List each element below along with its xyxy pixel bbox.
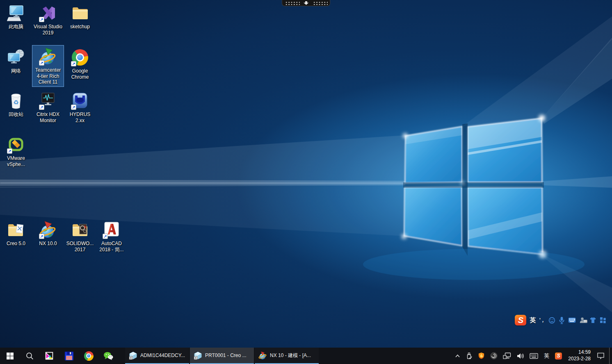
taskbar-window-title: ADMI1C44DEDCY... bbox=[140, 353, 185, 358]
visual-studio-icon: ↗ bbox=[39, 4, 57, 23]
tray-overflow-chevron[interactable] bbox=[454, 353, 461, 359]
antivirus-shield-icon[interactable] bbox=[477, 351, 486, 360]
wechat-icon bbox=[103, 351, 113, 360]
desktop-icon-label: 此电脑 bbox=[9, 24, 23, 30]
taskbar-window-title: PRT0001 - Creo ... bbox=[205, 353, 250, 358]
nx-icon: ↗ bbox=[39, 221, 57, 239]
creo-folder-icon bbox=[7, 221, 25, 239]
solidworks-folder-icon bbox=[71, 221, 89, 239]
desktop-icon-label: VMware vSphe... bbox=[1, 155, 31, 167]
recycle-bin-icon: ♻ bbox=[7, 91, 25, 110]
desktop-icon-vmware[interactable]: ↗ VMware vSphe... bbox=[0, 133, 32, 169]
grip-dots-right bbox=[313, 1, 328, 5]
safely-remove-usb-icon[interactable] bbox=[465, 351, 473, 361]
shortcut-arrow-badge: ↗ bbox=[71, 61, 76, 66]
desktop-icon-label: Teamcenter 4-tier Rich Client 11 bbox=[33, 67, 63, 85]
punctuation-toggle[interactable]: ’， bbox=[539, 316, 545, 324]
shortcut-arrow-badge: ↗ bbox=[39, 17, 44, 22]
system-tray: 英 S 14:59 2023-2-28 bbox=[454, 348, 612, 364]
desktop-icon-sketchup[interactable]: sketchup bbox=[64, 2, 96, 32]
desktop-icon-label: Google Chrome bbox=[65, 68, 95, 80]
chrome-icon bbox=[84, 351, 94, 361]
folder-icon bbox=[71, 4, 89, 23]
shortcut-arrow-badge: ↗ bbox=[39, 105, 44, 110]
pinned-floppy-app[interactable] bbox=[59, 348, 79, 364]
desktop-icon-label: NX 10.0 bbox=[39, 241, 57, 247]
sogou-ime-toolbar: S 英 ’， 20 bbox=[514, 314, 607, 326]
taskbar: ADMI1C44DEDCY... PRT0001 - Creo ... bbox=[0, 348, 612, 364]
ime-mode-toggle[interactable]: 英 bbox=[530, 316, 536, 324]
search-icon bbox=[26, 352, 34, 360]
hydrus-icon: ↗ bbox=[71, 91, 89, 110]
creo-cube-icon bbox=[194, 351, 202, 360]
svg-text:♻: ♻ bbox=[13, 99, 18, 106]
desktop-icon-hydrus[interactable]: ↗ HYDRUS 2.xx bbox=[64, 89, 96, 125]
shortcut-arrow-badge: ↗ bbox=[7, 148, 12, 154]
taskbar-window-nx10[interactable]: NX 10 - 建模 - [A... bbox=[255, 348, 319, 364]
grip-dots-left bbox=[285, 1, 300, 5]
sogou-tray-icon[interactable]: S bbox=[554, 352, 563, 360]
soft-keyboard-icon[interactable] bbox=[568, 317, 576, 323]
desktop-icon-network[interactable]: 网络 bbox=[0, 46, 32, 76]
creo-cube-icon bbox=[129, 351, 137, 360]
pinned-graphics-app[interactable] bbox=[39, 348, 59, 364]
show-desktop-button[interactable] bbox=[609, 348, 611, 364]
touch-keyboard-icon[interactable] bbox=[529, 352, 539, 360]
desktop-icon-nx[interactable]: ↗ NX 10.0 bbox=[32, 218, 64, 248]
citrix-monitor-icon: ↗ bbox=[39, 91, 57, 110]
desktop-icon-label: Visual Studio 2019 bbox=[33, 24, 63, 36]
action-center-button[interactable] bbox=[596, 351, 605, 360]
pinned-chrome[interactable] bbox=[79, 348, 98, 364]
taskbar-window-buttons: ADMI1C44DEDCY... PRT0001 - Creo ... bbox=[125, 348, 320, 364]
desktop-icon-recycle-bin[interactable]: ♻ 回收站 bbox=[0, 89, 32, 119]
windows-logo-icon bbox=[7, 353, 14, 359]
desktop-icon-visual-studio[interactable]: ↗ Visual Studio 2019 bbox=[32, 2, 64, 37]
desktop-icon-label: AutoCAD 2018 - 简... bbox=[96, 241, 127, 253]
ime-language-indicator[interactable]: 英 bbox=[543, 352, 550, 359]
network-icon bbox=[7, 48, 25, 67]
pinned-wechat[interactable] bbox=[98, 348, 118, 364]
desktop-icon-this-pc[interactable]: 此电脑 bbox=[0, 2, 32, 32]
taskbar-window-prt0001[interactable]: PRT0001 - Creo ... bbox=[190, 348, 254, 364]
desktop-icon-solidworks[interactable]: SOLIDWO... 2017 bbox=[64, 218, 96, 254]
chrome-icon: ↗ bbox=[71, 48, 89, 67]
ethernet-network-icon[interactable] bbox=[502, 351, 512, 360]
desktop-icon-label: Creo 5.0 bbox=[7, 241, 25, 247]
autocad-icon: ↗ bbox=[102, 221, 121, 239]
desktop-icon-label: HYDRUS 2.xx bbox=[65, 111, 95, 123]
this-pc-icon bbox=[7, 4, 25, 23]
desktop-icon-label: Citrix HDX Monitor bbox=[33, 111, 63, 123]
chevron-down-icon bbox=[304, 1, 309, 5]
screen: 此电脑 ↗ Visual Studio 2019 bbox=[0, 0, 612, 364]
sogou-logo-icon[interactable]: S bbox=[515, 315, 526, 325]
desktop-icon-creo[interactable]: Creo 5.0 bbox=[0, 218, 32, 248]
teamcenter-icon: ↗ bbox=[39, 47, 57, 66]
start-button[interactable] bbox=[0, 348, 20, 364]
emoji-icon[interactable] bbox=[548, 317, 555, 324]
toolbox-grid-icon[interactable] bbox=[600, 317, 606, 323]
search-button[interactable] bbox=[20, 348, 39, 364]
clock-time: 14:59 bbox=[568, 349, 591, 356]
spiral-utility-icon[interactable] bbox=[489, 351, 498, 360]
skin-theme-icon[interactable] bbox=[589, 317, 596, 323]
desktop-icon-chrome[interactable]: ↗ Google Chrome bbox=[64, 46, 96, 82]
member-account-icon[interactable]: 20 bbox=[579, 317, 586, 323]
graphics-app-icon bbox=[45, 351, 54, 360]
desktop-icon-label: 回收站 bbox=[9, 111, 23, 118]
volume-icon[interactable] bbox=[516, 352, 525, 360]
desktop-icon-teamcenter[interactable]: ↗ Teamcenter 4-tier Rich Client 11 bbox=[32, 45, 64, 87]
clock-date: 2023-2-28 bbox=[568, 356, 591, 362]
nx-icon bbox=[258, 351, 267, 360]
shortcut-arrow-badge: ↗ bbox=[71, 105, 76, 110]
desktop-icon-label: 网络 bbox=[11, 68, 21, 74]
vmware-vsphere-icon: ↗ bbox=[7, 135, 25, 154]
desktop[interactable]: 此电脑 ↗ Visual Studio 2019 bbox=[0, 0, 612, 348]
remote-session-pull-tab[interactable] bbox=[282, 0, 330, 6]
desktop-icon-autocad[interactable]: ↗ AutoCAD 2018 - 简... bbox=[96, 218, 128, 254]
shortcut-arrow-badge: ↗ bbox=[39, 60, 44, 66]
desktop-icon-citrix-hdx[interactable]: ↗ Citrix HDX Monitor bbox=[32, 89, 64, 125]
taskbar-window-admi[interactable]: ADMI1C44DEDCY... bbox=[125, 348, 189, 364]
voice-input-icon[interactable] bbox=[559, 316, 565, 324]
taskbar-clock[interactable]: 14:59 2023-2-28 bbox=[566, 349, 592, 362]
floppy-disk-app-icon bbox=[64, 351, 74, 361]
